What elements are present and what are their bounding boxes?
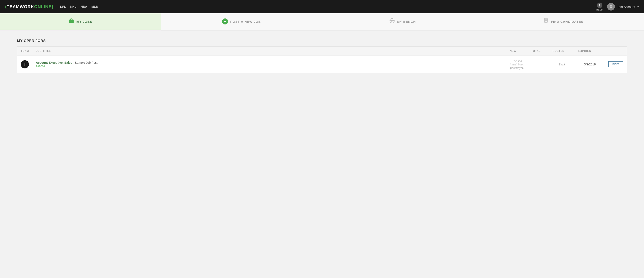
help-label: HELP xyxy=(596,9,603,11)
expires-date: 3/2/2018 xyxy=(584,63,596,66)
posted-cell: Draft xyxy=(549,56,575,73)
team-cell: T xyxy=(17,56,32,73)
col-team: TEAM xyxy=(17,47,32,56)
briefcase-icon xyxy=(68,18,74,25)
nav-link-nfl[interactable]: NFL xyxy=(60,5,66,8)
tab-post-a-new-job[interactable]: + POST A NEW JOB xyxy=(161,13,322,30)
tab-my-bench-label: MY BENCH xyxy=(397,20,416,23)
tab-my-jobs-label: MY JOBS xyxy=(76,20,92,23)
nav-link-nhl[interactable]: NHL xyxy=(70,5,76,8)
svg-rect-1 xyxy=(69,20,74,23)
logo-bracket: ( xyxy=(5,4,7,9)
posted-status: Draft xyxy=(559,63,565,66)
job-id[interactable]: 193001 xyxy=(36,65,503,68)
help-icon: ? xyxy=(597,3,602,8)
col-total: TOTAL xyxy=(528,47,549,56)
job-subtitle: Sample Job Post xyxy=(75,61,98,64)
tabs-bar: MY JOBS + POST A NEW JOB MY BENCH FIND C… xyxy=(0,13,644,31)
edit-button[interactable]: EDIT xyxy=(608,61,623,67)
main-content: MY OPEN JOBS TEAM JOB TITLE NEW TOTAL PO… xyxy=(0,31,644,82)
user-menu[interactable]: Test Account ▾ xyxy=(607,3,639,11)
col-action xyxy=(605,47,627,56)
tab-my-bench[interactable]: MY BENCH xyxy=(322,13,483,30)
plus-circle-icon: + xyxy=(222,19,228,25)
tab-post-a-new-job-label: POST A NEW JOB xyxy=(230,20,261,23)
tab-find-candidates-label: FIND CANDIDATES xyxy=(551,20,583,23)
logo[interactable]: ( TEAMWORK ONLINE ) xyxy=(5,4,53,9)
col-expires: EXPIRES xyxy=(575,47,605,56)
nav-link-nba[interactable]: NBA xyxy=(80,5,87,8)
job-title-cell: Account Executive, Sales - Sample Job Po… xyxy=(32,56,506,73)
chevron-down-icon: ▾ xyxy=(637,5,639,8)
help-button[interactable]: ? HELP xyxy=(596,3,603,11)
svg-point-0 xyxy=(610,5,612,7)
not-posted-text: This job hasn't been posted yet. xyxy=(510,59,524,70)
total-cell xyxy=(528,56,549,73)
star-icon xyxy=(389,18,395,25)
jobs-table: TEAM JOB TITLE NEW TOTAL POSTED EXPIRES … xyxy=(17,46,627,73)
logo-teamwork: TEAMWORK xyxy=(7,4,34,9)
col-new: NEW xyxy=(506,47,528,56)
navbar-right: ? HELP Test Account ▾ xyxy=(596,3,639,11)
logo-bracket-close: ) xyxy=(52,4,53,9)
new-cell: This job hasn't been posted yet. xyxy=(506,56,528,73)
col-posted: POSTED xyxy=(549,47,575,56)
expires-cell: 3/2/2018 xyxy=(575,56,605,73)
team-initial: T xyxy=(24,62,26,67)
logo-online: ONLINE xyxy=(34,4,52,9)
table-row: T Account Executive, Sales - Sample Job … xyxy=(17,56,627,73)
nav-link-mlb[interactable]: MLB xyxy=(92,5,98,8)
job-title-row: Account Executive, Sales - Sample Job Po… xyxy=(36,61,503,64)
col-job-title: JOB TITLE xyxy=(32,47,506,56)
tab-find-candidates[interactable]: FIND CANDIDATES xyxy=(483,13,644,30)
action-cell: EDIT xyxy=(605,56,627,73)
user-name: Test Account xyxy=(617,5,635,9)
document-icon xyxy=(544,18,549,25)
avatar xyxy=(607,3,615,11)
team-avatar: T xyxy=(21,60,29,68)
nav-links: NFL NHL NBA MLB xyxy=(60,5,98,8)
job-separator: - xyxy=(72,61,75,64)
section-title: MY OPEN JOBS xyxy=(17,39,627,43)
table-header-row: TEAM JOB TITLE NEW TOTAL POSTED EXPIRES xyxy=(17,47,627,56)
navbar: ( TEAMWORK ONLINE ) NFL NHL NBA MLB ? HE… xyxy=(0,0,644,13)
job-title-link[interactable]: Account Executive, Sales xyxy=(36,61,72,64)
navbar-left: ( TEAMWORK ONLINE ) NFL NHL NBA MLB xyxy=(5,4,98,9)
svg-marker-3 xyxy=(390,20,394,23)
tab-my-jobs[interactable]: MY JOBS xyxy=(0,13,161,30)
